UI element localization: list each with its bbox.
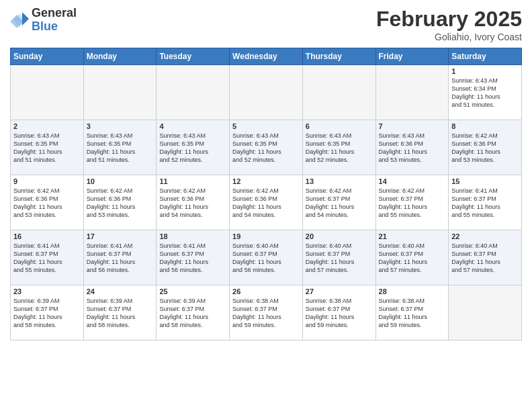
day-number: 12 — [232, 177, 300, 185]
weekday-header: Friday — [375, 48, 449, 65]
logo-text: General Blue — [32, 7, 77, 34]
day-number: 25 — [159, 287, 226, 295]
day-number: 17 — [87, 232, 154, 240]
calendar-cell: 26Sunrise: 6:38 AM Sunset: 6:37 PM Dayli… — [230, 285, 303, 340]
day-info: Sunrise: 6:42 AM Sunset: 6:37 PM Dayligh… — [306, 187, 373, 220]
calendar-cell: 1Sunrise: 6:43 AM Sunset: 6:34 PM Daylig… — [449, 65, 522, 120]
weekday-header: Wednesday — [230, 48, 303, 65]
day-number: 28 — [379, 287, 446, 295]
day-number: 13 — [306, 177, 373, 185]
logo-icon — [10, 11, 29, 30]
location: Goliahio, Ivory Coast — [376, 32, 522, 42]
day-info: Sunrise: 6:38 AM Sunset: 6:37 PM Dayligh… — [232, 297, 300, 330]
weekday-header: Sunday — [11, 48, 84, 65]
day-number: 10 — [87, 177, 154, 185]
page: General Blue February 2025 Goliahio, Ivo… — [0, 0, 532, 411]
calendar-cell: 8Sunrise: 6:42 AM Sunset: 6:36 PM Daylig… — [449, 120, 522, 175]
calendar-header: SundayMondayTuesdayWednesdayThursdayFrid… — [11, 48, 522, 65]
day-number: 14 — [379, 177, 446, 185]
day-info: Sunrise: 6:42 AM Sunset: 6:36 PM Dayligh… — [232, 187, 300, 220]
calendar-week: 2Sunrise: 6:43 AM Sunset: 6:35 PM Daylig… — [11, 120, 522, 175]
calendar-cell: 17Sunrise: 6:41 AM Sunset: 6:37 PM Dayli… — [83, 230, 157, 285]
day-info: Sunrise: 6:40 AM Sunset: 6:37 PM Dayligh… — [379, 242, 446, 275]
calendar-cell — [11, 65, 84, 120]
day-number: 8 — [451, 122, 519, 130]
svg-marker-1 — [22, 12, 29, 26]
day-number: 23 — [13, 287, 81, 295]
day-number: 7 — [379, 122, 446, 130]
calendar-cell: 18Sunrise: 6:41 AM Sunset: 6:37 PM Dayli… — [157, 230, 230, 285]
day-number: 27 — [306, 287, 373, 295]
calendar-week: 23Sunrise: 6:39 AM Sunset: 6:37 PM Dayli… — [11, 285, 522, 340]
day-info: Sunrise: 6:43 AM Sunset: 6:35 PM Dayligh… — [306, 132, 373, 165]
day-number: 3 — [87, 122, 154, 130]
calendar-cell — [302, 65, 375, 120]
day-info: Sunrise: 6:38 AM Sunset: 6:37 PM Dayligh… — [306, 297, 373, 330]
calendar-cell: 25Sunrise: 6:39 AM Sunset: 6:37 PM Dayli… — [157, 285, 230, 340]
day-info: Sunrise: 6:43 AM Sunset: 6:34 PM Dayligh… — [451, 77, 519, 109]
calendar-cell: 4Sunrise: 6:43 AM Sunset: 6:35 PM Daylig… — [157, 120, 230, 175]
calendar-cell: 23Sunrise: 6:39 AM Sunset: 6:37 PM Dayli… — [11, 285, 84, 340]
day-info: Sunrise: 6:42 AM Sunset: 6:36 PM Dayligh… — [13, 187, 81, 220]
calendar-cell: 6Sunrise: 6:43 AM Sunset: 6:35 PM Daylig… — [302, 120, 375, 175]
calendar-cell: 9Sunrise: 6:42 AM Sunset: 6:36 PM Daylig… — [11, 175, 84, 230]
day-info: Sunrise: 6:39 AM Sunset: 6:37 PM Dayligh… — [13, 297, 81, 330]
calendar-body: 1Sunrise: 6:43 AM Sunset: 6:34 PM Daylig… — [11, 65, 522, 340]
day-info: Sunrise: 6:40 AM Sunset: 6:37 PM Dayligh… — [306, 242, 373, 275]
calendar-cell — [375, 65, 449, 120]
calendar-cell: 21Sunrise: 6:40 AM Sunset: 6:37 PM Dayli… — [375, 230, 449, 285]
calendar: SundayMondayTuesdayWednesdayThursdayFrid… — [10, 48, 522, 340]
day-number: 11 — [159, 177, 226, 185]
logo-general: General — [32, 7, 77, 20]
month-year: February 2025 — [376, 7, 522, 32]
day-number: 19 — [232, 232, 300, 240]
calendar-cell: 12Sunrise: 6:42 AM Sunset: 6:36 PM Dayli… — [230, 175, 303, 230]
calendar-cell: 15Sunrise: 6:41 AM Sunset: 6:37 PM Dayli… — [449, 175, 522, 230]
calendar-cell: 10Sunrise: 6:42 AM Sunset: 6:36 PM Dayli… — [83, 175, 157, 230]
logo-blue: Blue — [32, 20, 77, 34]
day-info: Sunrise: 6:41 AM Sunset: 6:37 PM Dayligh… — [87, 242, 154, 275]
day-info: Sunrise: 6:40 AM Sunset: 6:37 PM Dayligh… — [451, 242, 519, 275]
calendar-cell: 14Sunrise: 6:42 AM Sunset: 6:37 PM Dayli… — [375, 175, 449, 230]
day-number: 24 — [87, 287, 154, 295]
day-number: 4 — [159, 122, 226, 130]
day-info: Sunrise: 6:39 AM Sunset: 6:37 PM Dayligh… — [87, 297, 154, 330]
day-number: 15 — [451, 177, 519, 185]
day-number: 2 — [13, 122, 81, 130]
weekday-row: SundayMondayTuesdayWednesdayThursdayFrid… — [11, 48, 522, 65]
calendar-cell: 11Sunrise: 6:42 AM Sunset: 6:36 PM Dayli… — [157, 175, 230, 230]
weekday-header: Saturday — [449, 48, 522, 65]
title-block: February 2025 Goliahio, Ivory Coast — [376, 7, 522, 42]
day-number: 1 — [451, 67, 519, 75]
calendar-cell: 13Sunrise: 6:42 AM Sunset: 6:37 PM Dayli… — [302, 175, 375, 230]
day-number: 21 — [379, 232, 446, 240]
day-number: 22 — [451, 232, 519, 240]
day-info: Sunrise: 6:43 AM Sunset: 6:35 PM Dayligh… — [159, 132, 226, 165]
calendar-cell — [83, 65, 157, 120]
day-info: Sunrise: 6:42 AM Sunset: 6:36 PM Dayligh… — [159, 187, 226, 220]
day-info: Sunrise: 6:43 AM Sunset: 6:35 PM Dayligh… — [13, 132, 81, 165]
weekday-header: Tuesday — [157, 48, 230, 65]
calendar-cell: 24Sunrise: 6:39 AM Sunset: 6:37 PM Dayli… — [83, 285, 157, 340]
calendar-cell: 27Sunrise: 6:38 AM Sunset: 6:37 PM Dayli… — [302, 285, 375, 340]
day-number: 16 — [13, 232, 81, 240]
calendar-cell: 7Sunrise: 6:43 AM Sunset: 6:36 PM Daylig… — [375, 120, 449, 175]
weekday-header: Thursday — [302, 48, 375, 65]
day-info: Sunrise: 6:38 AM Sunset: 6:37 PM Dayligh… — [379, 297, 446, 330]
calendar-cell: 22Sunrise: 6:40 AM Sunset: 6:37 PM Dayli… — [449, 230, 522, 285]
day-number: 9 — [13, 177, 81, 185]
calendar-cell: 5Sunrise: 6:43 AM Sunset: 6:35 PM Daylig… — [230, 120, 303, 175]
day-info: Sunrise: 6:43 AM Sunset: 6:35 PM Dayligh… — [87, 132, 154, 165]
day-info: Sunrise: 6:40 AM Sunset: 6:37 PM Dayligh… — [232, 242, 300, 275]
day-number: 6 — [306, 122, 373, 130]
calendar-cell: 19Sunrise: 6:40 AM Sunset: 6:37 PM Dayli… — [230, 230, 303, 285]
day-info: Sunrise: 6:42 AM Sunset: 6:37 PM Dayligh… — [379, 187, 446, 220]
header: General Blue February 2025 Goliahio, Ivo… — [10, 7, 522, 42]
day-info: Sunrise: 6:41 AM Sunset: 6:37 PM Dayligh… — [13, 242, 81, 275]
calendar-cell — [230, 65, 303, 120]
calendar-cell: 16Sunrise: 6:41 AM Sunset: 6:37 PM Dayli… — [11, 230, 84, 285]
day-number: 5 — [232, 122, 300, 130]
day-info: Sunrise: 6:42 AM Sunset: 6:36 PM Dayligh… — [87, 187, 154, 220]
logo: General Blue — [10, 7, 77, 34]
calendar-cell: 28Sunrise: 6:38 AM Sunset: 6:37 PM Dayli… — [375, 285, 449, 340]
